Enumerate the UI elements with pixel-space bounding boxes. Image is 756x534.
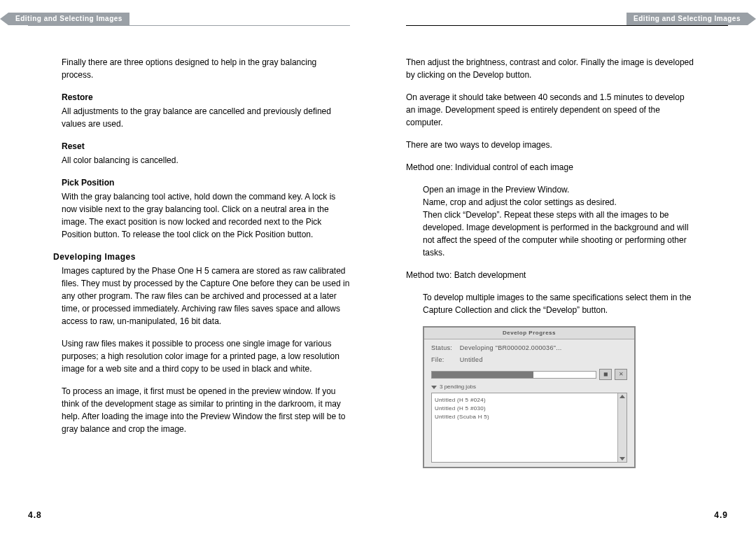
develop-progress-dialog: Develop Progress Status: Developing "BR0… xyxy=(423,326,636,468)
file-value: Untitled xyxy=(460,356,483,363)
list-item[interactable]: Untitled (H 5 #024) xyxy=(435,396,624,405)
reset-heading: Reset xyxy=(62,140,350,153)
list-item[interactable]: Untitled (Scuba H 5) xyxy=(435,413,624,421)
disclosure-triangle-icon xyxy=(431,386,437,389)
page-right: Editing and Selecting Images Then adjust… xyxy=(378,0,756,534)
status-row: Status: Developing "BR000002.000036"... xyxy=(431,344,627,353)
right-p1: Then adjust the brightness, contrast and… xyxy=(406,56,694,81)
header-rule xyxy=(406,25,728,26)
pending-jobs-label: 3 pending jobs xyxy=(440,383,476,391)
pending-row[interactable]: 3 pending jobs xyxy=(431,383,627,391)
pick-position-heading: Pick Position xyxy=(62,176,350,189)
header-cap-icon xyxy=(0,13,8,25)
job-list: Untitled (H 5 #024) Untitled (H 5 #030) … xyxy=(431,393,627,463)
pause-button[interactable]: ◼ xyxy=(599,369,612,380)
method-two-title: Method two: Batch development xyxy=(406,269,694,281)
pick-position-body: With the gray balancing tool active, hol… xyxy=(62,190,350,241)
header-tab-right: Editing and Selecting Images xyxy=(626,13,756,25)
file-row: File: Untitled xyxy=(431,356,627,365)
progress-bar xyxy=(431,371,596,379)
developing-p1: Images captured by the Phase One H 5 cam… xyxy=(62,265,350,328)
dialog-title: Develop Progress xyxy=(424,328,634,339)
page-number-left: 4.8 xyxy=(28,510,42,520)
right-content: Then adjust the brightness, contrast and… xyxy=(406,56,694,468)
header-tab-left: Editing and Selecting Images xyxy=(0,13,130,25)
file-label: File: xyxy=(431,356,458,365)
status-label: Status: xyxy=(431,344,458,353)
reset-body: All color balancing is cancelled. xyxy=(62,154,350,167)
developing-images-heading: Developing Images xyxy=(53,251,350,263)
right-p3: There are two ways to develop images. xyxy=(406,139,694,151)
restore-heading: Restore xyxy=(62,91,350,104)
method-one-title: Method one: Individual control of each i… xyxy=(406,161,694,174)
method-two-body: To develop multiple images to the same s… xyxy=(423,291,694,316)
section-title: Editing and Selecting Images xyxy=(626,13,748,25)
developing-p3: To process an image, it first must be op… xyxy=(62,385,350,435)
method-one-body: Open an image in the Preview Window. Nam… xyxy=(423,183,694,259)
list-item[interactable]: Untitled (H 5 #030) xyxy=(435,405,624,413)
developing-p2: Using raw files makes it possible to pro… xyxy=(62,337,350,375)
page-number-right: 4.9 xyxy=(714,510,728,520)
cancel-button[interactable]: ✕ xyxy=(615,369,627,380)
page-left: Editing and Selecting Images Finally the… xyxy=(0,0,378,534)
left-content: Finally there are three options designed… xyxy=(62,56,350,445)
intro-paragraph: Finally there are three options designed… xyxy=(62,56,350,81)
scrollbar[interactable] xyxy=(617,393,626,462)
status-value: Developing "BR000002.000036"... xyxy=(460,344,562,351)
right-p2: On average it should take between 40 sec… xyxy=(406,91,694,129)
section-title: Editing and Selecting Images xyxy=(8,13,130,25)
header-cap-icon xyxy=(748,13,756,25)
header-rule xyxy=(28,25,350,26)
restore-body: All adjustments to the gray balance are … xyxy=(62,105,350,130)
